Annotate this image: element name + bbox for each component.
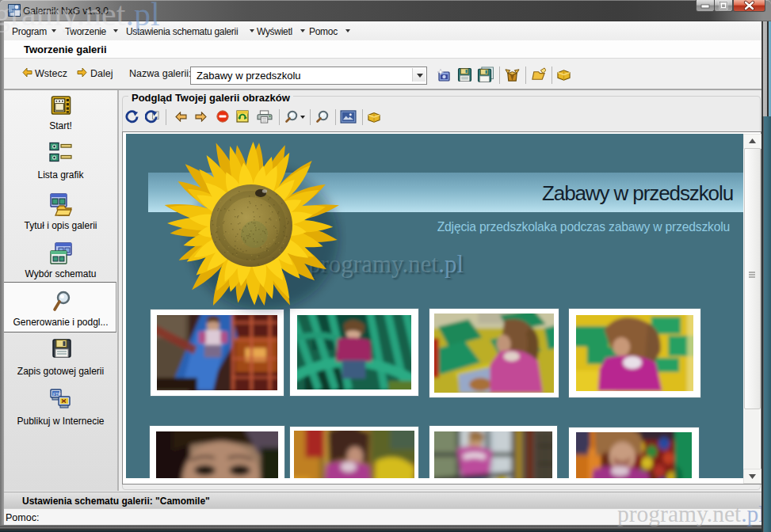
svg-text:FTP: FTP <box>53 392 61 397</box>
